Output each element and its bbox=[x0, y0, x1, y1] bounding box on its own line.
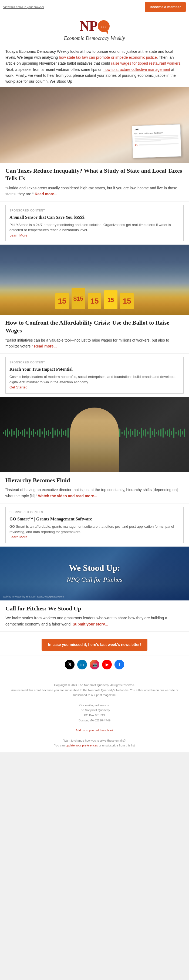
intro-link-1[interactable]: how state tax law can promote or impede … bbox=[59, 55, 157, 59]
svg-rect-2 bbox=[7, 429, 8, 437]
article-2-excerpt: "Ballot initiatives can be a valuable to… bbox=[5, 337, 184, 349]
svg-rect-27 bbox=[61, 429, 62, 437]
svg-rect-68 bbox=[150, 428, 151, 438]
footer-address-book-link[interactable]: Add us to your address book bbox=[75, 729, 114, 732]
linkedin-icon[interactable]: in bbox=[77, 660, 87, 670]
svg-rect-24 bbox=[54, 430, 56, 436]
protest-signs: 15 $15 15 15 15 bbox=[0, 245, 189, 315]
svg-rect-5 bbox=[13, 431, 14, 435]
youtube-icon[interactable]: ▶ bbox=[102, 660, 112, 670]
sponsored-text-2: Cosmic helps leaders of modern nonprofit… bbox=[10, 374, 179, 390]
svg-rect-66 bbox=[145, 429, 146, 437]
sponsored-title-1: A Small Sensor that Can Save You $$$$$. bbox=[10, 214, 179, 221]
podcast-image-container bbox=[0, 397, 189, 472]
svg-rect-11 bbox=[26, 431, 27, 434]
sponsored-desc-3: GO Smart is an affordable, grants manage… bbox=[10, 525, 174, 534]
svg-rect-54 bbox=[119, 429, 120, 437]
svg-rect-12 bbox=[29, 428, 30, 438]
sponsored-title-3: GO Smart™ | Grants Management Software bbox=[10, 516, 179, 522]
svg-rect-76 bbox=[167, 430, 168, 436]
article-1-title: Can Taxes Reduce Inequality? What a Stud… bbox=[5, 167, 184, 182]
logo: NP bbox=[79, 19, 109, 33]
footer-update-link[interactable]: update your preferences bbox=[66, 744, 98, 747]
sponsored-label-3: SPONSORED CONTENT bbox=[10, 510, 179, 514]
article-2-section: How to Confront the Affordability Crisis… bbox=[0, 315, 189, 354]
twitter-icon[interactable]: 𝕏 bbox=[65, 660, 75, 670]
svg-rect-80 bbox=[176, 432, 176, 434]
svg-rect-78 bbox=[171, 431, 172, 435]
svg-rect-83 bbox=[182, 431, 183, 434]
svg-rect-19 bbox=[44, 428, 45, 438]
instagram-icon[interactable]: 📷 bbox=[90, 660, 99, 670]
svg-rect-23 bbox=[52, 428, 53, 438]
svg-rect-13 bbox=[31, 431, 32, 435]
svg-rect-64 bbox=[141, 428, 142, 438]
article-2-quote: "Ballot initiatives can be a valuable to… bbox=[5, 338, 169, 348]
article-1-quote: "Florida and Texas aren't usually consid… bbox=[5, 186, 177, 196]
podcast-person-silhouette bbox=[70, 407, 119, 472]
sign-4: 15 bbox=[104, 290, 117, 309]
pitches-title: We Stood Up: bbox=[10, 562, 179, 573]
footer-unsubscribe-text: or unsubscribe from this list bbox=[99, 744, 135, 747]
sign-2: $15 bbox=[72, 288, 85, 309]
intro-link-3[interactable]: how to structure collective management bbox=[103, 67, 170, 72]
hero-image: 1040 U.S. Individual Income Tax Return 2… bbox=[0, 87, 189, 163]
svg-rect-60 bbox=[132, 431, 133, 435]
footer: Copyright © 2024 The Nonprofit Quarterly… bbox=[0, 678, 189, 752]
svg-rect-22 bbox=[50, 432, 51, 434]
intro-link-2[interactable]: raise wages for tipped restaurant worker… bbox=[111, 61, 180, 65]
svg-rect-21 bbox=[48, 430, 49, 436]
newsletter-title: Economic Democracy Weekly bbox=[5, 35, 184, 42]
footer-po-box: PO Box 961749 bbox=[5, 713, 184, 718]
tax-doc-title: 1040 bbox=[134, 127, 178, 132]
article-4-text: We invite stories from workers and grass… bbox=[5, 615, 184, 627]
view-browser-link[interactable]: View this email in your browser bbox=[3, 5, 44, 10]
sponsored-text-3: GO Smart is an affordable, grants manage… bbox=[10, 524, 179, 540]
tax-document: 1040 U.S. Individual Income Tax Return 2… bbox=[132, 124, 181, 158]
sponsored-link-2[interactable]: Get Started bbox=[10, 385, 27, 389]
svg-rect-84 bbox=[184, 429, 185, 437]
svg-rect-56 bbox=[124, 430, 125, 436]
article-2-title: How to Confront the Affordability Crisis… bbox=[5, 319, 184, 334]
svg-rect-25 bbox=[57, 429, 58, 437]
svg-rect-8 bbox=[20, 432, 21, 434]
svg-rect-58 bbox=[128, 431, 129, 434]
social-icons-row: 𝕏 in 📷 ▶ f bbox=[5, 660, 184, 670]
article-3-title: Hierarchy Becomes Fluid bbox=[5, 477, 184, 484]
logo-np-text: NP bbox=[79, 19, 97, 33]
article-1-excerpt: "Florida and Texas aren't usually consid… bbox=[5, 185, 184, 197]
article-3-excerpt: "Instead of having an executive director… bbox=[5, 487, 184, 499]
sponsored-desc-2: Cosmic helps leaders of modern nonprofit… bbox=[10, 375, 176, 384]
newsletter-cta-button[interactable]: In case you missed it, here's last week'… bbox=[42, 639, 147, 651]
tax-doc-line-4 bbox=[135, 140, 161, 142]
footer-copyright: Copyright © 2024 The Nonprofit Quarterly… bbox=[5, 682, 184, 688]
svg-rect-28 bbox=[63, 431, 64, 435]
become-member-button[interactable]: Become a member bbox=[145, 2, 186, 12]
sponsored-link-1[interactable]: Learn More bbox=[10, 233, 27, 237]
svg-rect-30 bbox=[67, 428, 69, 438]
logo-bubble-tail bbox=[105, 31, 108, 34]
article-3-read-more[interactable]: Watch the video and read more... bbox=[38, 494, 97, 498]
svg-rect-17 bbox=[39, 429, 40, 437]
article-1-read-more[interactable]: Read more... bbox=[35, 192, 57, 196]
sponsored-label-2: SPONSORED CONTENT bbox=[10, 360, 179, 364]
article-4-submit-link[interactable]: Submit your story... bbox=[73, 622, 108, 626]
svg-rect-67 bbox=[147, 431, 149, 434]
article-2-read-more[interactable]: Read more... bbox=[34, 344, 57, 348]
facebook-icon[interactable]: f bbox=[114, 660, 124, 670]
svg-rect-71 bbox=[156, 432, 157, 434]
svg-rect-65 bbox=[143, 430, 144, 436]
tax-doc-numbers: 23 bbox=[135, 142, 178, 147]
protest-image: 15 $15 15 15 15 bbox=[0, 245, 189, 315]
sponsored-link-3[interactable]: Learn More bbox=[10, 535, 27, 539]
footer-city: Boston, MA 02196-4749 bbox=[5, 718, 184, 723]
svg-rect-20 bbox=[46, 431, 47, 435]
hero-image-inner: 1040 U.S. Individual Income Tax Return 2… bbox=[0, 87, 189, 163]
svg-rect-16 bbox=[37, 430, 38, 436]
sponsored-desc-1: PHLYSense is a 24/7 property monitoring … bbox=[10, 223, 171, 232]
footer-org-name: The Nonprofit Quarterly bbox=[5, 708, 184, 713]
svg-rect-82 bbox=[180, 429, 181, 437]
svg-rect-77 bbox=[169, 429, 170, 437]
svg-rect-72 bbox=[158, 430, 159, 436]
article-4-title: Call for Pitches: We Stood Up bbox=[5, 605, 184, 612]
